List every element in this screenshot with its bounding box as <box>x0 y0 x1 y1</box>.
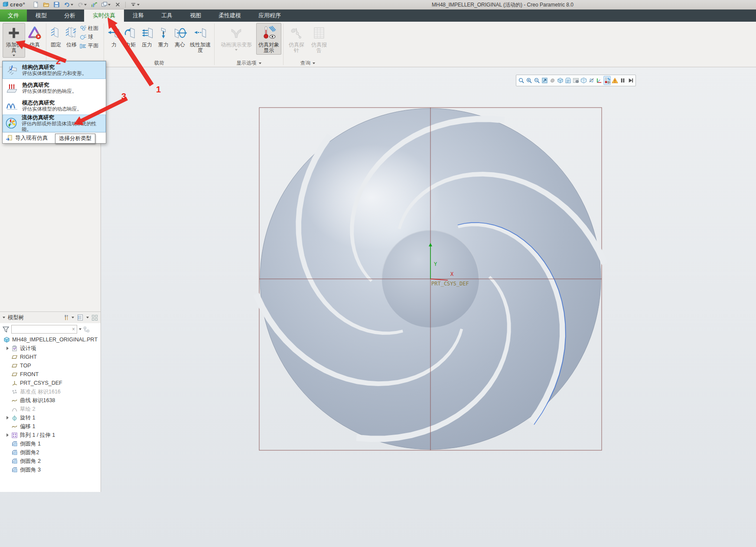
undo-icon <box>64 1 70 8</box>
tab-menu-6[interactable]: 视图 <box>181 10 210 22</box>
query-group-caret-icon[interactable] <box>313 62 315 64</box>
continue-simulation-button[interactable] <box>627 76 634 85</box>
tree-item[interactable]: 阵列 1 / 拉伸 1 <box>0 431 101 439</box>
tab-menu-2[interactable]: 分析 <box>55 10 84 22</box>
tab-file[interactable]: 文件 <box>0 10 27 22</box>
save-button[interactable] <box>52 1 61 8</box>
tab-menu-1[interactable]: 模型 <box>27 10 55 22</box>
tree-item[interactable]: 基准点 标识1616 <box>0 387 101 396</box>
tree-root-item[interactable]: MH48_IMPELLER_ORIGINAL.PRT <box>0 335 101 344</box>
customize-quick-access-button[interactable] <box>129 1 141 8</box>
clear-search-icon[interactable]: × <box>72 326 75 332</box>
cylinder-constraint-icon <box>79 25 86 32</box>
zoom-region-button[interactable] <box>518 76 525 85</box>
display-style-button[interactable] <box>557 76 564 85</box>
displacement-constraint-button[interactable]: 位移 <box>64 23 79 49</box>
moment-load-button[interactable]: 力矩 <box>122 23 139 49</box>
sim-warnings-button[interactable] <box>611 76 619 85</box>
refit-button[interactable] <box>541 76 548 85</box>
linear-accel-load-button[interactable]: 线性加速度 <box>188 23 212 55</box>
display-group-caret-icon[interactable] <box>259 62 261 64</box>
axis-display-button[interactable] <box>596 76 603 85</box>
model-tree-title: 模型树 <box>8 314 24 321</box>
close-window-button[interactable] <box>113 1 122 8</box>
tab-menu-3[interactable]: 实时仿真 <box>84 10 124 22</box>
previous-view-button[interactable] <box>549 76 556 85</box>
redo-caret-icon[interactable] <box>84 4 87 6</box>
tree-item-label: 倒圆角2 <box>20 449 39 456</box>
tree-item[interactable]: 倒圆角2 <box>0 448 101 457</box>
fixed-constraint-button[interactable]: 固定 <box>48 23 64 49</box>
undo-caret-icon[interactable] <box>71 4 73 6</box>
new-file-button[interactable] <box>31 1 40 8</box>
sim-object-display-toggle-button[interactable] <box>603 76 611 85</box>
menu-item-modal-study[interactable]: 模态仿真研究评估实体模型的动态响应。 <box>3 97 106 115</box>
expand-icon[interactable] <box>7 433 9 437</box>
plane-constraint-button[interactable]: 平面 <box>79 42 102 49</box>
filter-funnel-icon[interactable] <box>2 326 10 333</box>
capture-button[interactable] <box>572 76 580 85</box>
zoom-in-button[interactable] <box>525 76 533 85</box>
menu-item-thermal-study[interactable]: 热仿真研究评估实体模型的热响应。 <box>3 79 106 97</box>
open-file-button[interactable] <box>42 1 51 8</box>
customize-quick-access-caret-icon[interactable] <box>137 4 140 6</box>
sim-report-button[interactable]: 仿真报告 <box>308 23 330 55</box>
add-simulation-button[interactable]: 添加仿真 <box>3 23 25 58</box>
expand-icon[interactable] <box>7 347 9 350</box>
tree-expand-all-icon[interactable] <box>83 326 90 333</box>
centrifugal-load-button[interactable]: 离心 <box>172 23 188 49</box>
tree-layout-icon[interactable] <box>91 314 98 321</box>
regenerate-button[interactable] <box>89 1 98 8</box>
tab-menu-5[interactable]: 工具 <box>153 10 181 22</box>
3d-viewport[interactable]: XYPRT_CSYS_DEF <box>0 0 756 547</box>
constraint-type-list: 柱面球平面 <box>79 23 102 49</box>
tree-item[interactable]: 旋转 1 <box>0 413 101 422</box>
tree-item[interactable]: RIGHT <box>0 353 101 361</box>
search-options-caret-icon[interactable] <box>79 328 81 330</box>
cylinder-constraint-button[interactable]: 柱面 <box>79 25 102 32</box>
menu-item-fluid-study[interactable]: 流体仿真研究评估内部或外部流体流动系统的性能。 <box>3 115 106 132</box>
windows-caret-icon[interactable] <box>108 4 111 6</box>
tab-menu-8[interactable]: 应用程序 <box>250 10 290 22</box>
named-views-button[interactable] <box>564 76 572 85</box>
view-cube-button[interactable] <box>580 76 587 85</box>
collapse-tree-caret-icon[interactable] <box>3 317 5 318</box>
tree-settings-icon[interactable] <box>77 314 84 321</box>
zoom-out-button[interactable] <box>533 76 541 85</box>
pressure-load-button[interactable]: 压力 <box>139 23 155 49</box>
tree-item[interactable]: 倒圆角 2 <box>0 457 101 465</box>
datum-display-button[interactable] <box>588 76 595 85</box>
redo-button[interactable] <box>76 1 88 8</box>
tree-item[interactable]: 倒圆角 1 <box>0 439 101 448</box>
menu-item-title: 结构仿真研究 <box>22 64 87 70</box>
force-load-button[interactable]: 力 <box>106 23 122 49</box>
menu-item-structural-study[interactable]: 结构仿真研究评估实体模型的应力和变形。 <box>3 61 106 79</box>
windows-button[interactable] <box>100 1 112 8</box>
tree-item-label: 草绘 2 <box>20 406 35 413</box>
tree-item[interactable]: FRONT <box>0 370 101 379</box>
sim-object-display-button[interactable]: 仿真对象显示 <box>256 23 281 55</box>
sphere-constraint-button[interactable]: 球 <box>79 33 102 41</box>
tree-item[interactable]: 曲线 标识1638 <box>0 396 101 405</box>
gravity-load-button[interactable]: 重力 <box>155 23 172 49</box>
tree-item[interactable]: 偏移 1 <box>0 422 101 431</box>
tree-item-label: 设计项 <box>20 345 36 352</box>
expand-icon[interactable] <box>7 416 9 419</box>
tree-tools-caret-icon[interactable] <box>72 317 74 318</box>
tree-settings-caret-icon[interactable] <box>86 317 89 318</box>
tree-item[interactable]: 设计项 <box>0 344 101 353</box>
tree-tools-icon[interactable] <box>62 314 69 321</box>
sim-probe-button[interactable]: 仿真探针 <box>285 23 308 55</box>
tree-item[interactable]: TOP <box>0 361 101 370</box>
run-simulation-button[interactable]: 仿真 <box>25 23 44 49</box>
tab-menu-4[interactable]: 注释 <box>124 10 153 22</box>
tree-item[interactable]: 倒圆角 3 <box>0 465 101 474</box>
tree-item[interactable]: PRT_CSYS_DEF <box>0 379 101 387</box>
tab-menu-7[interactable]: 柔性建模 <box>210 10 250 22</box>
modal-study-icon <box>5 100 19 112</box>
undo-button[interactable] <box>62 1 75 8</box>
pause-simulation-button[interactable] <box>619 76 626 85</box>
animate-deformation-button[interactable]: 动画演示变形 <box>216 23 256 52</box>
tree-item[interactable]: 草绘 2 <box>0 405 101 413</box>
tree-search-input[interactable]: × <box>11 325 77 334</box>
